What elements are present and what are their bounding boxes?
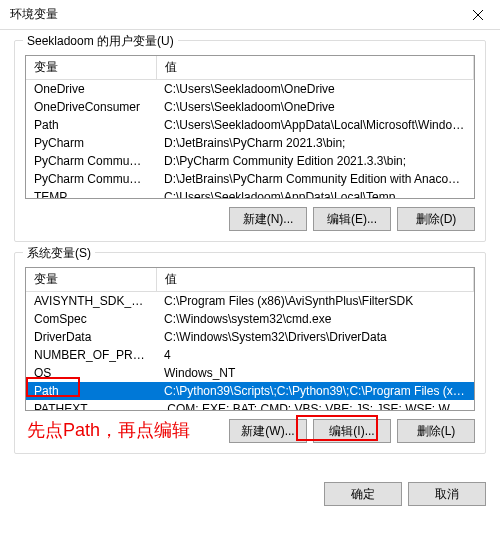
window-title: 环境变量 <box>10 6 58 23</box>
cell-val: C:\Users\Seekladoom\OneDrive <box>156 80 474 99</box>
cell-var: PyCharm Community Editi... <box>26 170 156 188</box>
close-button[interactable] <box>455 0 500 30</box>
cell-val: 4 <box>156 346 474 364</box>
cell-var: AVISYNTH_SDK_PATH <box>26 292 156 311</box>
cell-var: Path <box>26 116 156 134</box>
table-row[interactable]: OneDriveC:\Users\Seekladoom\OneDrive <box>26 80 474 99</box>
user-edit-button[interactable]: 编辑(E)... <box>313 207 391 231</box>
user-group-label: Seekladoom 的用户变量(U) <box>23 33 178 50</box>
cell-var: NUMBER_OF_PROCESSORS <box>26 346 156 364</box>
table-row[interactable]: TEMPC:\Users\Seekladoom\AppData\Local\Te… <box>26 188 474 199</box>
titlebar: 环境变量 <box>0 0 500 30</box>
user-new-button[interactable]: 新建(N)... <box>229 207 307 231</box>
user-delete-button[interactable]: 删除(D) <box>397 207 475 231</box>
table-row[interactable]: DriverDataC:\Windows\System32\Drivers\Dr… <box>26 328 474 346</box>
table-row-selected[interactable]: PathC:\Python39\Scripts\;C:\Python39\;C:… <box>26 382 474 400</box>
user-variables-group: Seekladoom 的用户变量(U) 变量 值 OneDriveC:\User… <box>14 40 486 242</box>
cell-val: C:\Users\Seekladoom\AppData\Local\Temp <box>156 188 474 199</box>
cell-val: D:\PyCharm Community Edition 2021.3.3\bi… <box>156 152 474 170</box>
cell-val: C:\Python39\Scripts\;C:\Python39\;C:\Pro… <box>156 382 474 400</box>
table-row[interactable]: ComSpecC:\Windows\system32\cmd.exe <box>26 310 474 328</box>
system-table[interactable]: 变量 值 AVISYNTH_SDK_PATHC:\Program Files (… <box>25 267 475 411</box>
close-icon <box>473 10 483 20</box>
cell-val: D:\JetBrains\PyCharm 2021.3\bin; <box>156 134 474 152</box>
cell-var: PATHEXT <box>26 400 156 411</box>
cell-var: OS <box>26 364 156 382</box>
table-row[interactable]: AVISYNTH_SDK_PATHC:\Program Files (x86)\… <box>26 292 474 311</box>
cell-val: C:\Windows\system32\cmd.exe <box>156 310 474 328</box>
system-new-button[interactable]: 新建(W)... <box>229 419 307 443</box>
table-row[interactable]: PathC:\Users\Seekladoom\AppData\Local\Mi… <box>26 116 474 134</box>
user-table[interactable]: 变量 值 OneDriveC:\Users\Seekladoom\OneDriv… <box>25 55 475 199</box>
system-group-label: 系统变量(S) <box>23 245 95 262</box>
table-row[interactable]: PyCharmD:\JetBrains\PyCharm 2021.3\bin; <box>26 134 474 152</box>
table-row[interactable]: PATHEXT.COM;.EXE;.BAT;.CMD;.VBS;.VBE;.JS… <box>26 400 474 411</box>
cell-var: DriverData <box>26 328 156 346</box>
cell-var: Path <box>26 382 156 400</box>
system-edit-button[interactable]: 编辑(I)... <box>313 419 391 443</box>
cell-var: TEMP <box>26 188 156 199</box>
system-col-variable[interactable]: 变量 <box>26 268 156 292</box>
cell-val: C:\Windows\System32\Drivers\DriverData <box>156 328 474 346</box>
cell-var: OneDriveConsumer <box>26 98 156 116</box>
cell-var: PyCharm <box>26 134 156 152</box>
table-row[interactable]: PyCharm Community Editi...D:\PyCharm Com… <box>26 152 474 170</box>
system-col-value[interactable]: 值 <box>156 268 474 292</box>
table-row[interactable]: OneDriveConsumerC:\Users\Seekladoom\OneD… <box>26 98 474 116</box>
cell-val: C:\Users\Seekladoom\OneDrive <box>156 98 474 116</box>
cell-val: Windows_NT <box>156 364 474 382</box>
cell-val: .COM;.EXE;.BAT;.CMD;.VBS;.VBE;.JS;.JSE;.… <box>156 400 474 411</box>
user-col-variable[interactable]: 变量 <box>26 56 156 80</box>
cell-val: D:\JetBrains\PyCharm Community Edition w… <box>156 170 474 188</box>
cell-val: C:\Users\Seekladoom\AppData\Local\Micros… <box>156 116 474 134</box>
table-row[interactable]: OSWindows_NT <box>26 364 474 382</box>
table-row[interactable]: PyCharm Community Editi...D:\JetBrains\P… <box>26 170 474 188</box>
system-delete-button[interactable]: 删除(L) <box>397 419 475 443</box>
ok-button[interactable]: 确定 <box>324 482 402 506</box>
cell-var: ComSpec <box>26 310 156 328</box>
cell-var: PyCharm Community Editi... <box>26 152 156 170</box>
cell-var: OneDrive <box>26 80 156 99</box>
table-row[interactable]: NUMBER_OF_PROCESSORS4 <box>26 346 474 364</box>
cancel-button[interactable]: 取消 <box>408 482 486 506</box>
system-variables-group: 系统变量(S) 变量 值 AVISYNTH_SDK_PATHC:\Program… <box>14 252 486 454</box>
cell-val: C:\Program Files (x86)\AviSynthPlus\Filt… <box>156 292 474 311</box>
user-col-value[interactable]: 值 <box>156 56 474 80</box>
